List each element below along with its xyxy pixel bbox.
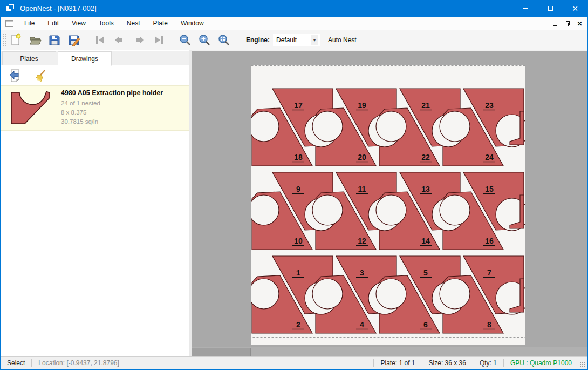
import-drawing-button[interactable] xyxy=(7,68,23,84)
window-title: OpenNest - [N0317-002] xyxy=(20,4,97,12)
part-number-label: 15 xyxy=(485,185,494,193)
status-bar: Select Location: [-0.9437, 21.8796] Plat… xyxy=(1,356,587,369)
part-number-label: 14 xyxy=(421,237,430,245)
part-number-label: 24 xyxy=(485,153,494,162)
tab-plates[interactable]: Plates xyxy=(2,51,56,65)
part-notch xyxy=(376,279,406,309)
horizontal-scrollbar[interactable] xyxy=(192,347,587,356)
close-icon: ✕ xyxy=(572,5,578,12)
part-notch xyxy=(376,111,406,142)
part-notch xyxy=(440,279,470,309)
nest-canvas[interactable]: 171819202122232491011121314151612345678 xyxy=(192,51,587,356)
part-number-label: 17 xyxy=(294,101,303,110)
go-next-icon xyxy=(133,33,146,46)
resize-grip[interactable] xyxy=(579,361,586,368)
new-file-icon xyxy=(9,33,22,46)
part-number-label: 12 xyxy=(358,237,366,245)
mdi-close-button[interactable]: ✕ xyxy=(575,19,584,28)
content-area: PlatesDrawings 4980 A05 Extraction pipe … xyxy=(1,50,587,356)
close-button[interactable]: ✕ xyxy=(563,0,587,17)
status-location: Location: [-0.9437, 21.8796] xyxy=(32,359,125,367)
auto-nest-button[interactable]: Auto Nest xyxy=(328,36,357,44)
mdi-minimize-button[interactable] xyxy=(550,19,559,28)
import-drawing-icon xyxy=(8,69,22,83)
part-number-label: 21 xyxy=(421,101,430,110)
drawing-nested-count: 24 of 1 nested xyxy=(61,99,163,108)
go-previous-icon xyxy=(113,33,126,46)
tab-drawings[interactable]: Drawings xyxy=(58,51,112,66)
go-last-icon xyxy=(152,33,165,46)
new-file-button[interactable] xyxy=(8,32,24,48)
go-previous-button[interactable] xyxy=(112,32,128,48)
part-number-label: 4 xyxy=(360,320,364,329)
drawing-area: 30.7815 sq/in xyxy=(61,117,163,126)
clear-drawings-button[interactable] xyxy=(32,68,49,84)
engine-label: Engine: xyxy=(246,36,270,44)
part-notch xyxy=(312,111,343,142)
status-gpu: GPU : Quadro P1000 xyxy=(504,359,578,367)
menu-item-tools[interactable]: Tools xyxy=(92,17,120,29)
part-notch xyxy=(251,279,279,309)
title-bar: OpenNest - [N0317-002] ✕ xyxy=(1,0,587,17)
save-as-icon xyxy=(67,33,80,46)
minimize-icon xyxy=(523,8,528,9)
status-qty: Qty: 1 xyxy=(473,359,503,367)
engine-value: Default xyxy=(276,36,297,44)
save-as-button[interactable] xyxy=(66,32,82,48)
part-number-label: 5 xyxy=(423,268,428,277)
part-notch xyxy=(376,195,406,225)
maximize-button[interactable] xyxy=(538,0,563,17)
go-next-button[interactable] xyxy=(131,32,147,48)
part-number-label: 2 xyxy=(296,320,300,329)
go-first-icon xyxy=(94,33,107,46)
menu-item-plate[interactable]: Plate xyxy=(147,17,174,29)
menu-item-nest[interactable]: Nest xyxy=(120,17,147,29)
menu-item-view[interactable]: View xyxy=(65,17,92,29)
mdi-restore-button[interactable] xyxy=(563,19,572,28)
part-number-label: 1 xyxy=(296,268,300,277)
part-number-label: 18 xyxy=(294,153,303,162)
app-icon xyxy=(6,4,15,12)
part-notch xyxy=(440,111,470,142)
zoom-out-button[interactable] xyxy=(177,32,193,48)
open-folder-icon xyxy=(29,33,42,46)
plate-view: 171819202122232491011121314151612345678 xyxy=(251,65,525,347)
part-notch xyxy=(312,279,343,309)
part-number-label: 13 xyxy=(421,185,430,193)
part-number-label: 10 xyxy=(294,237,303,245)
part-number-label: 3 xyxy=(360,268,364,277)
horizontal-scrollbar-thumb[interactable] xyxy=(192,348,251,356)
save-button[interactable] xyxy=(46,32,63,48)
part-number-label: 6 xyxy=(423,320,428,329)
drawing-list-item[interactable]: 4980 A05 Extraction pipe holder 24 of 1 … xyxy=(1,85,189,131)
go-last-button[interactable] xyxy=(151,32,167,48)
zoom-in-icon xyxy=(198,33,211,46)
status-size: Size: 36 x 36 xyxy=(422,359,473,367)
toolbar-grip[interactable] xyxy=(2,33,6,47)
menu-item-window[interactable]: Window xyxy=(174,17,210,29)
minimize-button[interactable] xyxy=(513,0,538,17)
drawing-title: 4980 A05 Extraction pipe holder xyxy=(61,89,163,97)
chevron-down-icon: ▾ xyxy=(311,35,318,45)
mdi-close-icon: ✕ xyxy=(577,20,582,28)
save-icon xyxy=(48,33,61,46)
menu-item-file[interactable]: File xyxy=(18,17,41,29)
status-plate: Plate: 1 of 1 xyxy=(374,359,421,367)
part-notch xyxy=(251,111,279,142)
part-notch xyxy=(440,195,470,225)
app-window: OpenNest - [N0317-002] ✕ FileEditViewToo… xyxy=(0,0,588,370)
zoom-fit-button[interactable] xyxy=(216,32,232,48)
part-number-label: 11 xyxy=(358,185,366,193)
mdi-document-icon[interactable] xyxy=(5,20,13,27)
panel-toolbar xyxy=(1,66,189,85)
part-notch xyxy=(312,195,343,225)
drawing-dimensions: 8 x 8.375 xyxy=(61,108,163,117)
mdi-restore-icon xyxy=(565,21,570,26)
engine-select[interactable]: Default ▾ xyxy=(273,34,320,46)
zoom-in-button[interactable] xyxy=(196,32,213,48)
status-mode: Select xyxy=(1,359,31,367)
open-file-button[interactable] xyxy=(27,32,43,48)
menu-item-edit[interactable]: Edit xyxy=(41,17,65,29)
go-first-button[interactable] xyxy=(92,32,108,48)
part-number-label: 8 xyxy=(487,320,491,329)
